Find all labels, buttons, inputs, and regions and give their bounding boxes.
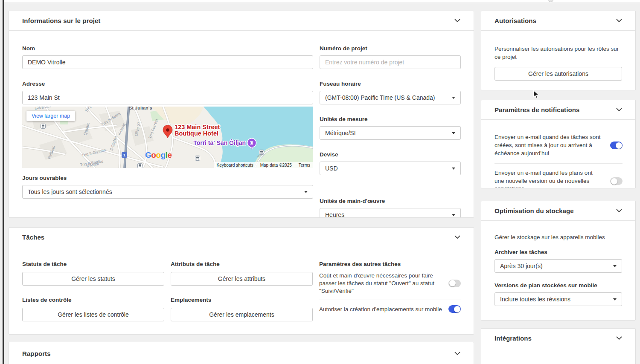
- mobile-locations-text: Autoriser la création d'emplacements sur…: [319, 306, 442, 313]
- project-number-label: Numéro de projet: [320, 45, 461, 52]
- tasks-body: Statuts de tâche Gérer les statuts Liste…: [9, 247, 474, 321]
- storage-title: Optimisation du stockage: [495, 207, 574, 214]
- tasks-email-toggle[interactable]: [610, 142, 623, 149]
- bus-stop-icon[interactable]: [41, 124, 46, 129]
- archive-tasks-label: Archiver les tâches: [495, 249, 622, 256]
- notifications-title: Paramètres de notifications: [495, 106, 579, 113]
- chevron-down-icon[interactable]: [454, 235, 460, 239]
- divider: [319, 300, 461, 300]
- mobile-locations-toggle[interactable]: [448, 305, 461, 313]
- tasks-col-2: Attributs de tâche Gérer les attributs E…: [171, 261, 313, 321]
- chevron-down-icon[interactable]: [616, 209, 622, 213]
- manage-statuses-button[interactable]: Gérer les statuts: [22, 272, 164, 286]
- project-info-title: Informations sur le projet: [22, 17, 100, 24]
- checklists-label: Listes de contrôle: [22, 297, 164, 303]
- project-info-body: Nom Adresse: [9, 31, 474, 218]
- address-label: Adresse: [22, 81, 313, 87]
- rook-icon: ♜: [250, 140, 254, 146]
- map-attribution: Keyboard shortcuts Map data ©2025 Terms: [214, 162, 314, 168]
- project-settings-page: Informations sur le projet Nom Adresse: [9, 11, 636, 364]
- storage-card: Optimisation du stockage Gérer le stocka…: [481, 201, 636, 321]
- integrations-card: Intégrations: [481, 328, 636, 364]
- task-attributes-label: Attributs de tâche: [171, 261, 313, 268]
- permissions-description: Personnaliser les autorisations pour les…: [495, 45, 622, 61]
- units-select[interactable]: Métrique/SI: [320, 126, 461, 140]
- reports-title: Rapports: [22, 350, 51, 357]
- integrations-header[interactable]: Intégrations: [481, 329, 635, 348]
- cost-labor-toggle[interactable]: [448, 280, 461, 287]
- select-caret-icon: [452, 97, 455, 99]
- select-caret-icon: [452, 214, 455, 216]
- integrations-title: Intégrations: [495, 335, 532, 342]
- side-column: Autorisations Personnaliser les autorisa…: [481, 11, 636, 364]
- terms-link[interactable]: Terms: [299, 163, 310, 168]
- plans-email-text: Envoyer un e-mail quand les plans ont un…: [495, 169, 602, 188]
- project-info-card: Informations sur le projet Nom Adresse: [9, 11, 474, 218]
- project-info-left: Nom Adresse: [22, 45, 313, 218]
- work-days-select[interactable]: Tous les jours sont sélectionnés: [22, 185, 313, 199]
- archive-tasks-select[interactable]: Après 30 jour(s): [495, 259, 622, 273]
- address-field[interactable]: [22, 91, 313, 104]
- tasks-col-3: Paramètres des autres tâches Coût et mai…: [319, 261, 461, 321]
- name-label: Nom: [22, 45, 313, 52]
- google-map-embed[interactable]: 1: [22, 107, 313, 168]
- storage-header[interactable]: Optimisation du stockage: [481, 201, 635, 221]
- project-info-header[interactable]: Informations sur le projet: [9, 11, 474, 31]
- manage-permissions-button[interactable]: Gérer les autorisations: [495, 67, 622, 81]
- svg-text:Torri ta' San Ġiljan: Torri ta' San Ġiljan: [193, 139, 246, 146]
- cost-toggle-text: Coût et main-d'œuvre nécessaires pour fa…: [319, 272, 442, 295]
- chevron-down-icon[interactable]: [616, 336, 622, 340]
- manage-checklists-button[interactable]: Gérer les listes de contrôle: [22, 308, 164, 321]
- notifications-card: Paramètres de notifications Envoyer un e…: [481, 100, 636, 188]
- project-number-field[interactable]: [320, 55, 461, 69]
- task-statuses-label: Statuts de tâche: [22, 261, 164, 268]
- svg-text:Boutique Hotel: Boutique Hotel: [175, 130, 218, 137]
- plans-email-toggle[interactable]: [610, 177, 623, 185]
- tasks-card: Tâches Statuts de tâche Gérer les statut…: [9, 227, 474, 335]
- labor-units-select[interactable]: Heures: [320, 208, 461, 218]
- select-caret-icon: [613, 298, 617, 300]
- storage-description: Gérer le stockage sur les appareils mobi…: [495, 234, 622, 242]
- address-marker-label: 123 Main Street Boutique Hotel: [175, 124, 220, 137]
- labor-units-label: Unités de main-d'œuvre: [320, 198, 461, 205]
- locations-label: Emplacements: [171, 297, 313, 303]
- browser-top-strip: [4, 0, 640, 3]
- tasks-title: Tâches: [22, 234, 44, 241]
- app-nav-edge: [3, 0, 4, 364]
- avatar[interactable]: [548, 0, 553, 2]
- chevron-down-icon[interactable]: [616, 108, 622, 112]
- keyboard-shortcuts-link[interactable]: Keyboard shortcuts: [217, 163, 253, 168]
- tasks-col-1: Statuts de tâche Gérer les statuts Liste…: [22, 261, 164, 321]
- view-larger-map-link[interactable]: View larger map: [26, 111, 75, 121]
- name-field[interactable]: [22, 55, 313, 69]
- currency-label: Devise: [320, 151, 461, 158]
- reports-card: Rapports: [9, 342, 474, 364]
- bus-stop-icon[interactable]: [138, 164, 143, 168]
- select-caret-icon: [452, 168, 455, 170]
- mouse-cursor: [533, 90, 539, 99]
- timezone-label: Fuseau horaire: [320, 81, 461, 87]
- manage-locations-button[interactable]: Gérer les emplacements: [171, 308, 313, 321]
- permissions-header[interactable]: Autorisations: [481, 11, 635, 31]
- notifications-header[interactable]: Paramètres de notifications: [481, 100, 635, 120]
- town-label: St Julian's: [129, 107, 152, 110]
- map-data-label: Map data ©2025: [260, 163, 292, 168]
- plan-versions-select[interactable]: Inclure toutes les révisions: [495, 292, 622, 306]
- permissions-title: Autorisations: [495, 17, 536, 24]
- tasks-header[interactable]: Tâches: [9, 228, 474, 247]
- svg-text:1: 1: [123, 153, 125, 157]
- currency-select[interactable]: USD: [320, 162, 461, 175]
- main-column: Informations sur le projet Nom Adresse: [9, 11, 474, 364]
- reports-header[interactable]: Rapports: [9, 342, 474, 364]
- chevron-down-icon[interactable]: [454, 19, 460, 23]
- chevron-down-icon[interactable]: [616, 19, 622, 23]
- manage-attributes-button[interactable]: Gérer les attributs: [171, 272, 313, 286]
- tasks-email-text: Envoyer un e-mail quand des tâches sont …: [495, 133, 602, 158]
- bus-stop-icon[interactable]: [195, 156, 200, 161]
- chevron-down-icon[interactable]: [454, 352, 460, 355]
- project-info-right: Numéro de projet Fuseau horaire (GMT-08:…: [320, 45, 461, 218]
- google-logo[interactable]: Google: [145, 150, 172, 160]
- timezone-select[interactable]: (GMT-08:00) Pacific Time (US & Canada): [320, 91, 461, 104]
- units-label: Unités de mesure: [320, 116, 461, 123]
- svg-text:123 Main Street: 123 Main Street: [175, 124, 220, 130]
